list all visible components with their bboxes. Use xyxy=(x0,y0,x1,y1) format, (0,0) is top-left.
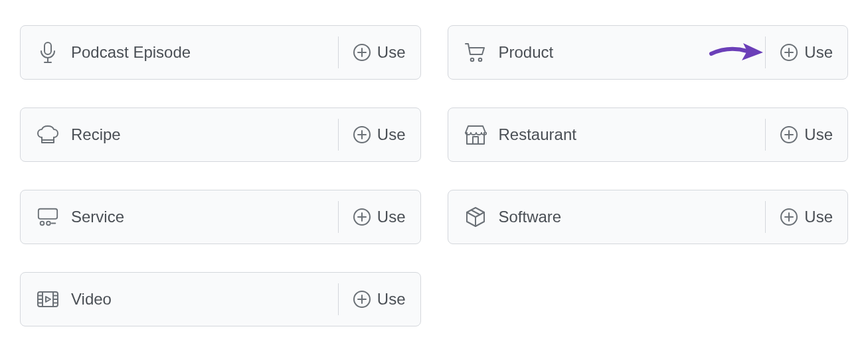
svg-point-17 xyxy=(46,222,50,226)
shopping-cart-icon xyxy=(464,41,487,64)
chef-hat-icon xyxy=(37,123,59,146)
microphone-icon xyxy=(37,41,59,64)
card-label: Software xyxy=(499,208,766,226)
plus-circle-icon xyxy=(353,291,371,308)
svg-rect-0 xyxy=(44,42,51,54)
card-software[interactable]: Software Use xyxy=(448,190,849,244)
svg-point-5 xyxy=(470,58,474,62)
card-podcast-episode[interactable]: Podcast Episode Use xyxy=(20,25,421,80)
card-service[interactable]: Service Use xyxy=(20,190,421,244)
svg-point-16 xyxy=(41,222,44,226)
card-label: Recipe xyxy=(71,125,338,144)
service-icon xyxy=(37,206,59,228)
svg-point-6 xyxy=(478,58,481,62)
use-label: Use xyxy=(804,208,833,226)
package-icon xyxy=(464,206,487,228)
storefront-icon xyxy=(464,123,487,146)
use-label: Use xyxy=(377,43,406,62)
card-label: Restaurant xyxy=(499,125,766,144)
use-button-recipe[interactable]: Use xyxy=(338,119,406,151)
use-button-software[interactable]: Use xyxy=(765,201,833,233)
plus-circle-icon xyxy=(780,126,798,143)
use-button-restaurant[interactable]: Use xyxy=(765,119,833,151)
plus-circle-icon xyxy=(353,44,371,61)
use-label: Use xyxy=(377,290,406,309)
svg-rect-12 xyxy=(473,137,478,144)
use-label: Use xyxy=(804,125,833,144)
schema-cards-grid: Podcast Episode Use Product xyxy=(20,25,848,326)
use-label: Use xyxy=(377,125,406,144)
card-restaurant[interactable]: Restaurant Use xyxy=(448,107,849,162)
plus-circle-icon xyxy=(780,208,798,226)
card-label: Podcast Episode xyxy=(71,43,338,62)
use-button-product[interactable]: Use xyxy=(765,36,833,68)
plus-circle-icon xyxy=(353,208,371,226)
svg-rect-15 xyxy=(39,209,57,219)
use-button-video[interactable]: Use xyxy=(338,283,406,315)
card-product[interactable]: Product Use xyxy=(448,25,849,80)
plus-circle-icon xyxy=(780,44,798,61)
card-recipe[interactable]: Recipe Use xyxy=(20,107,421,162)
plus-circle-icon xyxy=(353,126,371,143)
use-button-podcast-episode[interactable]: Use xyxy=(338,36,406,68)
card-label: Product xyxy=(499,43,766,62)
use-label: Use xyxy=(377,208,406,226)
card-label: Video xyxy=(71,290,338,309)
video-icon xyxy=(37,288,59,311)
use-button-service[interactable]: Use xyxy=(338,201,406,233)
card-video[interactable]: Video Use xyxy=(20,272,421,326)
use-label: Use xyxy=(804,43,833,62)
card-label: Service xyxy=(71,208,338,226)
